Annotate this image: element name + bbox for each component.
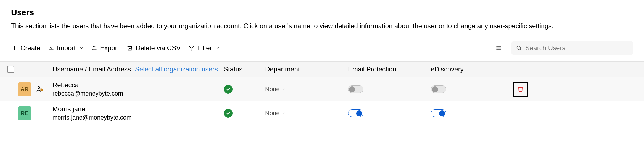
plus-icon [11, 45, 18, 51]
select-all-link[interactable]: Select all organization users [135, 65, 218, 73]
svg-line-7 [520, 49, 521, 50]
hamburger-icon [495, 44, 502, 52]
search-icon [516, 45, 522, 51]
page-title: Users [11, 8, 633, 17]
user-email: morris.jane@moneybyte.com [52, 114, 224, 121]
trash-icon [517, 86, 524, 92]
status-check-icon [224, 109, 233, 118]
import-label: Import [57, 44, 76, 52]
department-dropdown[interactable]: None [265, 110, 286, 117]
col-department: Department [265, 65, 348, 73]
trash-icon [127, 45, 133, 51]
col-username: Username / Email Address Select all orga… [52, 65, 224, 73]
filter-icon [188, 45, 194, 51]
col-email-protection: Email Protection [348, 65, 431, 73]
email-protection-toggle[interactable] [348, 85, 363, 93]
page-description: This section lists the users that have b… [11, 22, 633, 30]
export-icon [91, 45, 97, 51]
vertical-divider [507, 44, 507, 52]
import-button[interactable]: Import [48, 44, 83, 52]
chevron-down-icon [216, 46, 220, 50]
delete-button[interactable] [513, 82, 528, 97]
table-header: Username / Email Address Select all orga… [0, 61, 644, 77]
col-username-label: Username / Email Address [52, 65, 131, 73]
chevron-down-icon [282, 87, 286, 91]
toolbar-right [495, 41, 633, 55]
delete-csv-label: Delete via CSV [136, 44, 181, 52]
user-name[interactable]: Morris jane [52, 105, 224, 113]
ediscovery-toggle[interactable] [431, 85, 446, 93]
department-dropdown[interactable]: None [265, 86, 286, 93]
col-ediscovery: eDiscovery [431, 65, 508, 73]
filter-label: Filter [197, 44, 212, 52]
user-name[interactable]: Rebecca [52, 81, 224, 89]
menu-button[interactable] [495, 44, 502, 52]
toolbar-left: Create Import Export Delete via CSV Filt… [11, 44, 220, 52]
search-wrap[interactable] [511, 41, 633, 55]
import-icon [48, 45, 54, 51]
delete-csv-button[interactable]: Delete via CSV [127, 44, 181, 52]
email-protection-toggle[interactable] [348, 109, 363, 117]
avatar: AR [18, 82, 31, 96]
search-input[interactable] [525, 44, 629, 52]
table-body: ARRebeccarebecca@moneybyte.comNoneREMorr… [0, 77, 644, 125]
select-all-checkbox[interactable] [7, 66, 14, 73]
chevron-down-icon [80, 46, 83, 50]
chevron-down-icon [282, 111, 286, 115]
status-check-icon [224, 85, 233, 94]
svg-marker-2 [189, 46, 194, 50]
toolbar: Create Import Export Delete via CSV Filt… [11, 41, 633, 55]
crown-user-icon [36, 85, 44, 93]
department-value: None [265, 86, 280, 93]
table-row[interactable]: REMorris janemorris.jane@moneybyte.comNo… [0, 101, 644, 125]
department-value: None [265, 110, 280, 117]
avatar: RE [18, 106, 31, 120]
export-button[interactable]: Export [91, 44, 119, 52]
export-label: Export [100, 44, 119, 52]
svg-point-6 [517, 46, 521, 50]
create-label: Create [20, 44, 40, 52]
svg-point-8 [38, 87, 40, 89]
create-button[interactable]: Create [11, 44, 40, 52]
ediscovery-toggle[interactable] [431, 109, 446, 117]
col-status: Status [224, 65, 265, 73]
user-email: rebecca@moneybyte.com [52, 90, 224, 97]
table-row[interactable]: ARRebeccarebecca@moneybyte.comNone [0, 77, 644, 101]
filter-button[interactable]: Filter [188, 44, 220, 52]
